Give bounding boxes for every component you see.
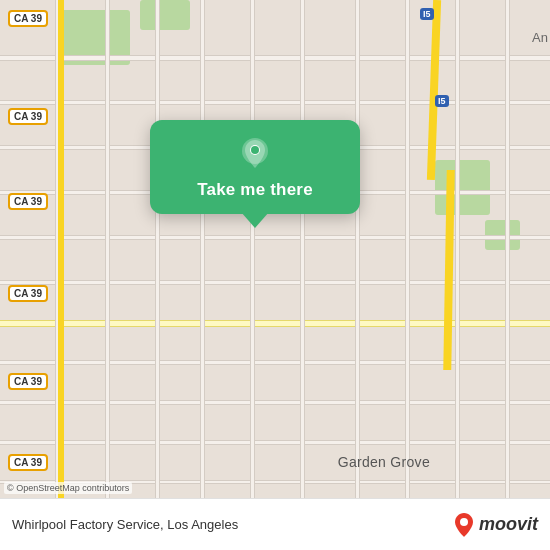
street [0,55,550,61]
street-major [0,320,550,327]
street [0,235,550,240]
moovit-brand-text: moovit [479,514,538,535]
map-container: CA 39 CA 39 CA 39 CA 39 CA 39 CA 39 I5 I… [0,0,550,550]
route-badge-ca39: CA 39 [8,285,48,302]
svg-point-3 [460,518,468,526]
park-area [435,160,490,215]
street [0,100,550,105]
anaheim-city-label: An [532,30,548,45]
street [505,0,510,550]
moovit-logo: moovit [453,512,538,538]
street [0,440,550,445]
route-badge-ca39: CA 39 [8,108,48,125]
street [300,0,305,550]
route-badge-ca39: CA 39 [8,454,48,471]
street [455,0,460,550]
location-pin-icon [237,136,273,172]
location-card[interactable]: Take me there [150,120,360,214]
route-badge-ca39: CA 39 [8,10,48,27]
park-area [140,0,190,30]
street [0,400,550,405]
route-badge-ca39: CA 39 [8,193,48,210]
highway-ca39 [58,0,64,550]
route-badge-ca39: CA 39 [8,373,48,390]
freeway-i5-badge: I5 [435,95,449,107]
take-me-there-button[interactable]: Take me there [197,180,313,200]
street [0,280,550,285]
map-background [0,0,550,550]
svg-point-2 [251,146,259,154]
street [155,0,160,550]
street [0,360,550,365]
freeway-i5-badge: I5 [420,8,434,20]
street [250,0,255,550]
location-name: Whirlpool Factory Service, Los Angeles [12,517,453,532]
street [200,0,205,550]
street [105,0,110,550]
osm-attribution: © OpenStreetMap contributors [4,482,132,494]
moovit-pin-icon [453,512,475,538]
bottom-bar: Whirlpool Factory Service, Los Angeles m… [0,498,550,550]
garden-grove-label: Garden Grove [338,454,430,470]
